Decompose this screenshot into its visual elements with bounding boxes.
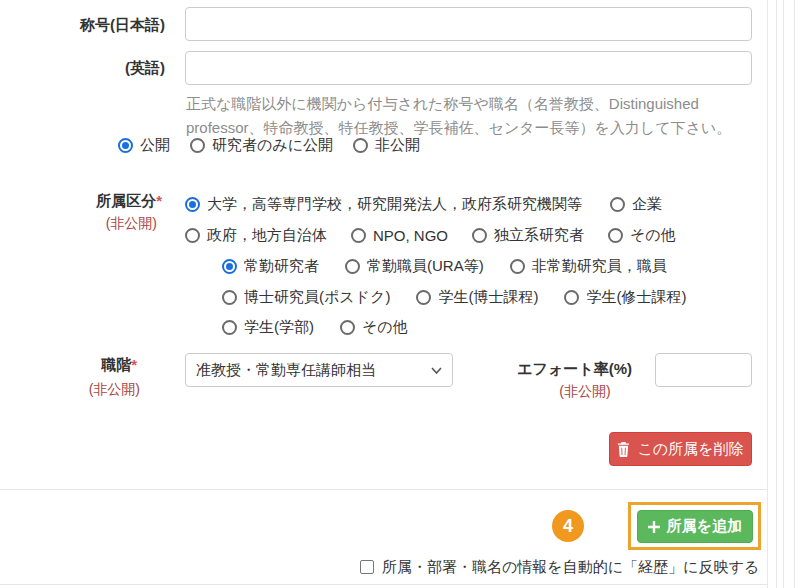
radio-checked-icon [118,138,133,153]
title-visibility-radio-group: 公開 研究者のみに公開 非公開 [118,136,420,155]
radio-icon [340,320,355,335]
radio-checked-icon [222,259,237,274]
affiliation-option-company[interactable]: 企業 [610,195,662,214]
job-rank-label-text: 職階 [101,356,131,373]
title-en-label: (英語) [0,59,165,78]
plus-icon [648,521,660,533]
radio-icon [564,290,579,305]
affiliation-type-privacy: (非公開) [0,215,157,233]
affiliation-type-label: 所属区分* [0,192,162,211]
radio-label: 博士研究員(ポスドク) [244,288,390,307]
effort-rate-label: エフォート率(%) [498,360,632,379]
affiliation-type-label-text: 所属区分 [96,192,156,209]
step-4-annotation-badge: 4 [552,510,584,542]
radio-label: その他 [630,226,676,245]
affiliation-type-row-3: 常勤研究者 常勤職員(URA等) 非常勤研究員，職員 [222,257,667,276]
radio-label: 学生(学部) [244,318,314,337]
radio-label: 大学，高等専門学校，研究開発法人，政府系研究機関等 [207,195,582,214]
add-affiliation-button[interactable]: 所属を追加 [637,510,753,543]
radio-icon [222,320,237,335]
radio-label: 企業 [632,195,662,214]
position-option-undergraduate[interactable]: 学生(学部) [222,318,314,337]
required-asterisk: * [156,192,162,209]
title-en-input[interactable] [185,51,752,85]
affiliation-edit-form: 称号(日本語) (英語) 正式な職階以外に機関から付与された称号や職名（名誉教授… [0,0,800,588]
add-affiliation-label: 所属を追加 [667,517,742,536]
gutter-line-2 [783,0,784,588]
effort-rate-input[interactable] [655,353,752,387]
affiliation-option-government[interactable]: 政府，地方自治体 [185,226,327,245]
radio-icon [222,290,237,305]
radio-icon [351,228,366,243]
delete-affiliation-button[interactable]: この所属を削除 [609,432,752,466]
radio-label: 公開 [140,136,170,155]
panel-right-border [767,0,768,588]
affiliation-option-university[interactable]: 大学，高等専門学校，研究開発法人，政府系研究機関等 [185,195,582,214]
delete-affiliation-label: この所属を削除 [637,440,743,459]
radio-icon [345,259,360,274]
section-divider [0,489,768,490]
effort-rate-privacy: (非公開) [535,383,635,401]
career-sync-checkbox-label[interactable]: 所属・部署・職名の情報を自動的に「経歴」に反映する [382,558,759,577]
affiliation-option-npo-ngo[interactable]: NPO, NGO [351,227,448,244]
radio-icon [610,197,625,212]
position-option-masters-student[interactable]: 学生(修士課程) [564,288,686,307]
radio-icon [185,228,200,243]
affiliation-type-row-5: 学生(学部) その他 [222,318,408,337]
job-rank-selected-value: 准教授・常勤専任講師相当 [196,361,376,380]
radio-icon [353,138,368,153]
position-option-parttime-researcher[interactable]: 非常勤研究員，職員 [510,257,667,276]
position-option-other2[interactable]: その他 [340,318,408,337]
title-help-text: 正式な職階以外に機関から付与された称号や職名（名誉教授、Distinguishe… [186,92,764,140]
radio-label: 非常勤研究員，職員 [532,257,667,276]
radio-icon [472,228,487,243]
radio-label: 学生(修士課程) [586,288,686,307]
career-sync-checkbox[interactable] [360,560,374,574]
required-asterisk: * [131,356,137,373]
radio-label: 学生(博士課程) [438,288,538,307]
job-rank-label: 職階* [0,356,137,375]
radio-checked-icon [185,197,200,212]
chevron-down-icon [431,367,442,374]
gutter-line-3 [794,0,795,588]
visibility-option-public[interactable]: 公開 [118,136,170,155]
affiliation-option-other[interactable]: その他 [608,226,676,245]
visibility-option-private[interactable]: 非公開 [353,136,420,155]
affiliation-option-independent[interactable]: 独立系研究者 [472,226,584,245]
radio-label: 非公開 [375,136,420,155]
radio-icon [608,228,623,243]
position-option-postdoc[interactable]: 博士研究員(ポスドク) [222,288,390,307]
radio-icon [190,138,205,153]
job-rank-select[interactable]: 准教授・常勤専任講師相当 [185,353,453,387]
radio-icon [510,259,525,274]
position-option-fulltime-researcher[interactable]: 常勤研究者 [222,257,319,276]
visibility-option-researchers-only[interactable]: 研究者のみに公開 [190,136,333,155]
trash-icon [617,442,630,457]
position-option-doctoral-student[interactable]: 学生(博士課程) [416,288,538,307]
radio-icon [416,290,431,305]
affiliation-type-row-4: 博士研究員(ポスドク) 学生(博士課程) 学生(修士課程) [222,288,686,307]
affiliation-type-row-2: 政府，地方自治体 NPO, NGO 独立系研究者 その他 [185,226,676,245]
radio-label: その他 [362,318,408,337]
gutter-line-1 [776,0,777,588]
radio-label: 常勤研究者 [244,257,319,276]
affiliation-type-row-1: 大学，高等専門学校，研究開発法人，政府系研究機関等 企業 [185,195,662,214]
title-ja-input[interactable] [185,7,752,41]
radio-label: 独立系研究者 [494,226,584,245]
radio-label: 研究者のみに公開 [212,136,333,155]
job-rank-privacy: (非公開) [0,381,140,399]
bottom-divider [0,584,768,585]
radio-label: 常勤職員(URA等) [367,257,484,276]
title-ja-label: 称号(日本語) [0,16,165,35]
radio-label: NPO, NGO [373,227,448,244]
radio-label: 政府，地方自治体 [207,226,327,245]
position-option-fulltime-staff[interactable]: 常勤職員(URA等) [345,257,484,276]
